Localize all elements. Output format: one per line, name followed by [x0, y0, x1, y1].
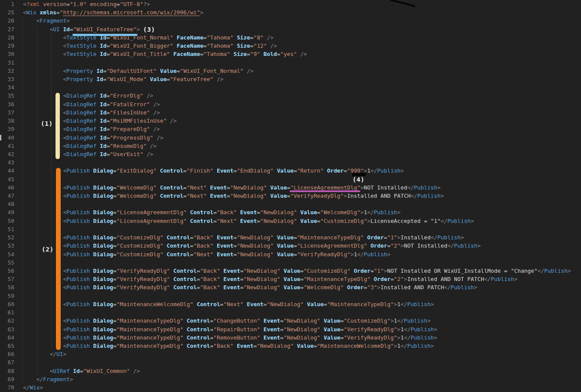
code-text[interactable]: <Publish Dialog="ExitDialog" Control="Fi…	[23, 167, 404, 174]
code-line-60[interactable]: 60 <Publish Dialog="MaintenanceWelcomeDl…	[0, 300, 581, 308]
code-text[interactable]: </UI>	[23, 351, 66, 357]
code-line-37[interactable]: 37 <DialogRef Id="FilesInUse" />	[0, 108, 581, 117]
code-text[interactable]: <DialogRef Id="UserExit" />	[23, 151, 153, 157]
code-line-29[interactable]: 29 <TextStyle Id="WixUI_Font_Bigger" Fac…	[0, 42, 581, 50]
code-line-35[interactable]: 35 <DialogRef Id="ErrorDlg" />	[0, 91, 581, 100]
code-text[interactable]: <Wix xmlns="http://schemas.microsoft.com…	[23, 9, 203, 16]
code-line-57[interactable]: 57 <Publish Dialog="VerifyReadyDlg" Cont…	[0, 275, 581, 283]
code-text[interactable]: <TextStyle Id="WixUI_Font_Title" FaceNam…	[23, 51, 307, 57]
code-line-27[interactable]: 27 <UI Id="WixUI_FeatureTree">	[0, 25, 581, 33]
line-number: 62	[0, 317, 14, 325]
code-line-32[interactable]: 32 <Property Id="DefaultUIFont" Value="W…	[0, 67, 581, 75]
code-line-52[interactable]: 52 <Publish Dialog="CustomizeDlg" Contro…	[0, 233, 581, 242]
code-line-1[interactable]: 1<?xml version="1.0" encoding="UTF-8"?>	[0, 0, 581, 8]
publish-block-bar	[56, 168, 61, 350]
line-number: 26	[0, 16, 14, 25]
code-line-34[interactable]: 34	[0, 83, 581, 91]
code-line-39[interactable]: 39 <DialogRef Id="PrepareDlg" />	[0, 125, 581, 133]
code-line-44[interactable]: 44 <Publish Dialog="ExitDialog" Control=…	[0, 167, 581, 175]
code-line-59[interactable]: 59	[0, 292, 581, 300]
code-text[interactable]: <Publish Dialog="VerifyReadyDlg" Control…	[23, 284, 477, 291]
code-text[interactable]: <Publish Dialog="LicenseAgreementDlg" Co…	[23, 209, 401, 216]
code-text[interactable]: <Property Id="DefaultUIFont" Value="WixU…	[23, 68, 254, 74]
code-text[interactable]: <Publish Dialog="WelcomeDlg" Control="Ne…	[23, 193, 444, 199]
line-number: 66	[0, 350, 14, 358]
code-text[interactable]: <Publish Dialog="LicenseAgreementDlg" Co…	[23, 218, 474, 224]
code-line-42[interactable]: 42 <DialogRef Id="UserExit" />	[0, 150, 581, 158]
code-text[interactable]: <DialogRef Id="ProgressDlg" />	[23, 134, 163, 141]
code-line-68[interactable]: 68 <UIRef Id="WixUI_Common" />	[0, 367, 581, 375]
code-line-45[interactable]: 45	[0, 175, 581, 183]
xmlns-link-underline[interactable]	[63, 16, 200, 16]
line-number: 69	[0, 375, 14, 383]
line-number: 25	[0, 8, 14, 16]
code-text[interactable]: <Publish Dialog="MaintenanceWelcomeDlg" …	[23, 301, 434, 307]
annotation-label-2: (2)	[42, 246, 54, 253]
code-line-54[interactable]: 54 <Publish Dialog="CustomizeDlg" Contro…	[0, 250, 581, 258]
license-agreement-underline	[290, 190, 360, 192]
code-line-64[interactable]: 64 <Publish Dialog="MaintenanceTypeDlg" …	[0, 333, 581, 342]
code-text[interactable]: <Publish Dialog="WelcomeDlg" Control="Ne…	[23, 184, 441, 191]
code-line-48[interactable]: 48	[0, 200, 581, 208]
code-text[interactable]: </Fragment>	[23, 376, 73, 382]
code-text[interactable]: <?xml version="1.0" encoding="UTF-8"?>	[23, 1, 150, 7]
code-line-56[interactable]: 56 <Publish Dialog="VerifyReadyDlg" Cont…	[0, 267, 581, 275]
code-text[interactable]: <DialogRef Id="ErrorDlg" />	[23, 92, 153, 99]
black-bar-above-label-4	[352, 173, 366, 176]
line-number: 53	[0, 242, 14, 250]
line-number: 33	[0, 75, 14, 83]
code-line-30[interactable]: 30 <TextStyle Id="WixUI_Font_Title" Face…	[0, 50, 581, 58]
code-text[interactable]: <DialogRef Id="FilesInUse" />	[23, 109, 160, 116]
code-line-49[interactable]: 49 <Publish Dialog="LicenseAgreementDlg"…	[0, 208, 581, 216]
code-text[interactable]: <TextStyle Id="WixUI_Font_Bigger" FaceNa…	[23, 42, 277, 49]
code-line-66[interactable]: 66 </UI>	[0, 350, 581, 358]
code-text[interactable]: <Publish Dialog="CustomizeDlg" Control="…	[23, 242, 481, 249]
code-line-51[interactable]: 51	[0, 225, 581, 233]
line-number: 46	[0, 183, 14, 192]
code-text[interactable]: </Wix>	[23, 384, 43, 391]
code-text[interactable]: <Publish Dialog="CustomizeDlg" Control="…	[23, 251, 391, 258]
code-text[interactable]: <TextStyle Id="WixUI_Font_Normal" FaceNa…	[23, 34, 274, 41]
code-line-55[interactable]: 55	[0, 258, 581, 267]
code-text[interactable]: <Publish Dialog="MaintenanceTypeDlg" Con…	[23, 326, 437, 333]
code-line-40[interactable]: 40 <DialogRef Id="ProgressDlg" />	[0, 134, 581, 142]
code-line-31[interactable]: 31	[0, 59, 581, 67]
code-text[interactable]: <Publish Dialog="MaintenanceTypeDlg" Con…	[23, 343, 434, 349]
code-text[interactable]: <Publish Dialog="VerifyReadyDlg" Control…	[23, 276, 517, 282]
code-editor[interactable]: 1<?xml version="1.0" encoding="UTF-8"?>2…	[0, 0, 581, 392]
code-line-62[interactable]: 62 <Publish Dialog="MaintenanceTypeDlg" …	[0, 317, 581, 325]
code-text[interactable]: <Fragment>	[23, 17, 70, 24]
code-line-69[interactable]: 69 </Fragment>	[0, 375, 581, 383]
code-line-63[interactable]: 63 <Publish Dialog="MaintenanceTypeDlg" …	[0, 325, 581, 333]
code-line-65[interactable]: 65 <Publish Dialog="MaintenanceTypeDlg" …	[0, 342, 581, 350]
code-line-36[interactable]: 36 <DialogRef Id="FatalError" />	[0, 100, 581, 108]
code-line-67[interactable]: 67	[0, 358, 581, 366]
code-line-70[interactable]: 70</Wix>	[0, 383, 581, 392]
code-line-33[interactable]: 33 <Property Id="WixUI_Mode" Value="Feat…	[0, 75, 581, 83]
code-text[interactable]: <DialogRef Id="ResumeDlg" />	[23, 143, 157, 149]
code-line-58[interactable]: 58 <Publish Dialog="VerifyReadyDlg" Cont…	[0, 283, 581, 291]
code-text[interactable]: <UIRef Id="WixUI_Common" />	[23, 368, 140, 374]
code-text[interactable]: <Publish Dialog="MaintenanceTypeDlg" Con…	[23, 317, 431, 324]
code-text[interactable]: <UI Id="WixUI_FeatureTree">	[23, 26, 140, 33]
line-number: 60	[0, 300, 14, 308]
code-line-43[interactable]: 43	[0, 158, 581, 167]
code-text[interactable]: <Property Id="WixUI_Mode" Value="Feature…	[23, 76, 223, 82]
code-line-47[interactable]: 47 <Publish Dialog="WelcomeDlg" Control=…	[0, 192, 581, 200]
wixui-featuretree-underline	[72, 34, 137, 36]
code-line-38[interactable]: 38 <DialogRef Id="MsiRMFilesInUse" />	[0, 117, 581, 125]
code-text[interactable]: <Publish Dialog="MaintenanceTypeDlg" Con…	[23, 334, 437, 341]
code-line-50[interactable]: 50 <Publish Dialog="LicenseAgreementDlg"…	[0, 217, 581, 225]
code-line-41[interactable]: 41 <DialogRef Id="ResumeDlg" />	[0, 142, 581, 150]
code-text[interactable]: <Publish Dialog="VerifyReadyDlg" Control…	[23, 268, 571, 274]
line-number: 48	[0, 200, 14, 208]
code-line-26[interactable]: 26 <Fragment>	[0, 16, 581, 25]
code-text[interactable]: <Publish Dialog="CustomizeDlg" Control="…	[23, 234, 464, 241]
code-text[interactable]: <DialogRef Id="FatalError" />	[23, 101, 160, 108]
code-area[interactable]: 1<?xml version="1.0" encoding="UTF-8"?>2…	[0, 0, 581, 392]
code-line-53[interactable]: 53 <Publish Dialog="CustomizeDlg" Contro…	[0, 242, 581, 250]
code-line-61[interactable]: 61	[0, 308, 581, 317]
line-number: 42	[0, 150, 14, 158]
line-number: 57	[0, 275, 14, 283]
left-edge-artifact	[0, 135, 1, 140]
